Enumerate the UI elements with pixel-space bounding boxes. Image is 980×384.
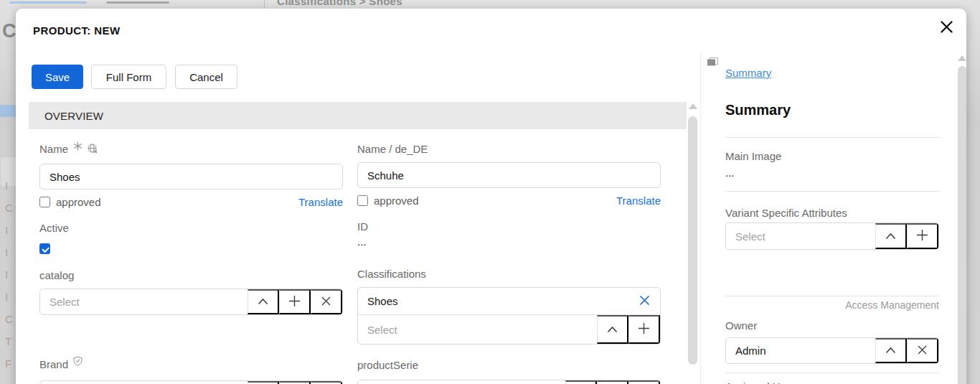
plus-icon [638,322,650,337]
catalog-clear-button[interactable] [311,289,342,314]
catalog-expand-button[interactable] [248,289,279,314]
owner-select: Admin [725,337,939,364]
background-heading-fragment: C [2,20,17,42]
name-de-approved-row: approved Translate [357,194,661,207]
chevron-up-icon [607,324,618,335]
catalog-add-button[interactable] [279,289,311,314]
classification-remove-button[interactable] [639,294,651,309]
name-de-input[interactable] [357,162,661,188]
catalog-label: catalog [39,270,343,281]
approved-checkbox[interactable] [39,197,50,207]
brand-select [39,380,343,384]
variant-attributes-select-input[interactable]: Select [726,223,875,249]
name-approved-row: approved Translate [39,195,343,208]
sidebar-scrollbar-thumb[interactable] [958,66,966,384]
background-tab-underline [106,1,169,4]
brand-select-input[interactable] [40,381,248,384]
variant-expand-button[interactable] [875,223,907,249]
scrollbar-thumb[interactable] [688,116,697,365]
required-asterisk-icon [73,141,83,154]
background-text-fragment: T [5,335,11,347]
owner-select-input[interactable]: Admin [726,338,875,363]
approved-de-checkbox[interactable] [357,195,368,206]
name-input[interactable] [39,164,343,189]
x-icon [321,296,331,309]
owner-expand-button[interactable] [875,338,907,363]
divider [725,373,939,373]
background-tab-underline-active [9,1,87,4]
classification-item: Shoes [358,288,660,315]
sidebar-scrollbar [958,55,966,384]
form-column-left: Name approved Translate Active catalog S… [39,144,343,384]
background-breadcrumb: Classifications > Shoes [277,0,402,7]
catalog-select: Select [39,289,343,315]
chevron-up-icon [258,296,268,307]
form-scrollbar [688,103,697,365]
form-column-right: Name / de_DE approved Translate ID ... C… [357,144,661,384]
classification-select-input[interactable]: Select [358,315,597,344]
full-form-button[interactable]: Full Form [91,65,166,89]
classifications-label: Classifications [357,268,661,280]
globe-untranslated-icon [88,144,98,156]
classification-expand-button[interactable] [597,315,628,344]
product-serie-select-input[interactable] [358,380,565,384]
brand-expand-button[interactable] [248,381,279,384]
approved-de-label: approved [374,195,419,207]
summary-sidebar: Summary Summary Main Image ... Variant S… [700,52,957,384]
brand-add-button[interactable] [279,381,311,384]
cancel-button[interactable]: Cancel [175,65,237,89]
background-text-fragment: I [5,246,8,258]
main-image-value: ... [725,168,938,179]
x-icon [917,345,928,357]
brand-label: Brand [39,359,68,370]
brand-label-row: Brand [39,359,343,372]
summary-heading: Summary [725,102,938,119]
variant-attributes-label: Variant Specific Attributes [725,207,938,219]
catalog-select-input[interactable]: Select [40,289,248,314]
chevron-up-icon [885,231,896,242]
translate-link[interactable]: Translate [298,196,343,208]
section-header-overview[interactable]: OVERVIEW [29,102,687,129]
chevron-up-icon [885,345,896,356]
approved-label: approved [56,196,101,208]
name-label-row: Name [39,144,343,156]
main-image-label: Main Image [725,151,938,162]
divider [725,137,939,138]
background-text-fragment: I [5,179,8,192]
classifications-select: Shoes Select [357,287,661,345]
save-button[interactable]: Save [32,65,83,89]
variant-add-button[interactable] [907,223,938,249]
active-checkbox[interactable] [39,243,50,254]
variant-attributes-select: Select [725,223,939,250]
owner-clear-button[interactable] [907,338,938,363]
plus-icon [288,295,301,309]
brand-clear-button[interactable] [311,381,342,384]
background-text-fragment: I [5,291,8,303]
product-serie-label: productSerie [357,360,661,371]
product-serie-add-button[interactable] [597,380,628,384]
access-management-label: Access Management [725,300,939,311]
translate-de-link[interactable]: Translate [616,195,661,207]
background-divider [264,0,265,8]
product-new-modal: PRODUCT: NEW Save Full Form Cancel OVERV… [16,9,966,384]
id-label: ID [357,221,661,233]
close-button[interactable] [936,17,957,39]
divider [725,296,939,296]
classification-add-button[interactable] [628,315,660,344]
product-serie-clear-button[interactable] [628,380,660,384]
name-de-label: Name / de_DE [357,144,661,155]
owner-label: Owner [725,320,938,332]
assigned-users-label: Assigned Users [725,381,938,384]
scroll-up-arrow[interactable] [689,103,697,109]
summary-nav-link[interactable]: Summary [725,67,771,79]
background-text-fragment: F [5,357,11,370]
product-serie-expand-button[interactable] [565,380,597,384]
id-value: ... [357,237,661,248]
x-icon-blue [639,294,651,309]
scroll-up-arrow[interactable] [958,55,966,61]
close-icon [940,20,953,36]
active-label: Active [39,223,343,234]
pages-icon [707,57,718,70]
classification-select-row: Select [358,315,660,344]
classification-item-label: Shoes [367,295,398,307]
